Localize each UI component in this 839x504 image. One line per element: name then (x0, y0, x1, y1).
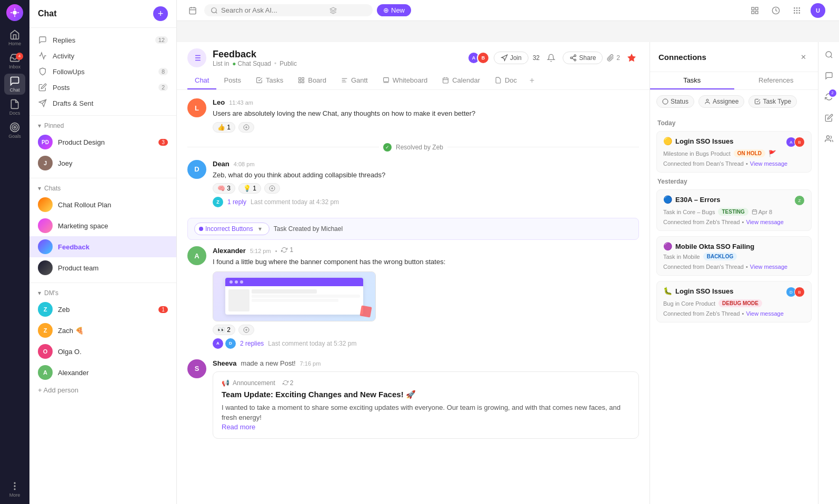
dean-reactions: 🧠 3 💡 1 (213, 183, 639, 194)
search-bar[interactable] (204, 4, 373, 16)
read-more-link[interactable]: Read more (222, 423, 630, 431)
pinned-product-design[interactable]: PD Product Design 3 (29, 132, 176, 153)
tag-dropdown[interactable]: ▾ (255, 224, 265, 234)
card3-from: Connected from Dean's Thread (663, 264, 744, 270)
reaction-add-alex[interactable] (238, 325, 254, 335)
svg-point-5 (14, 486, 15, 487)
search-input[interactable] (221, 6, 326, 14)
reaction-bulb[interactable]: 💡 1 (238, 183, 261, 194)
card3-view-link[interactable]: View message (750, 264, 787, 270)
card1-view-link[interactable]: View message (750, 160, 787, 167)
pinned-section-header[interactable]: ▾ Pinned (29, 120, 176, 132)
grid-icon[interactable] (747, 3, 762, 18)
tab-tasks[interactable]: Tasks (248, 72, 291, 89)
connections-close-button[interactable]: ✕ (797, 51, 810, 63)
tab-board[interactable]: Board (291, 72, 334, 89)
new-chat-button[interactable]: + (153, 6, 168, 21)
feedback-avatar (38, 239, 53, 254)
right-search-icon[interactable] (821, 46, 837, 63)
rail-chat[interactable]: Chat (4, 74, 25, 95)
right-chat-icon[interactable] (821, 67, 837, 84)
nav-followups[interactable]: FollowUps 8 (29, 64, 176, 79)
filter-status[interactable]: Status (656, 95, 694, 108)
chat-rollout-plan[interactable]: Chat Rollout Plan (29, 194, 176, 215)
leo-message-content: Leo 11:43 am Users are absolutely loving… (213, 98, 639, 133)
nav-posts[interactable]: Posts 2 (29, 79, 176, 95)
notifications-button[interactable] (544, 51, 558, 65)
reaction-thumbsup[interactable]: 👍 1 (213, 122, 235, 133)
card1-status-badge: ON HOLD (734, 149, 765, 157)
chats-section-header[interactable]: ▾ Chats (29, 183, 176, 194)
rail-goals[interactable]: Goals (4, 120, 25, 141)
card3-sep: • (746, 264, 748, 270)
app-logo[interactable] (6, 4, 23, 21)
dean-author: Dean (213, 160, 229, 168)
tab-posts[interactable]: Posts (216, 72, 248, 89)
new-button[interactable]: ⊕ New (377, 4, 411, 16)
conn-tab-references[interactable]: References (734, 72, 818, 89)
share-button[interactable]: Share (563, 52, 603, 64)
chat-marketing-space[interactable]: Marketing space (29, 215, 176, 236)
chat-product-team[interactable]: Product team (29, 257, 176, 278)
e30a-title: 🔵 E30A – Errors (663, 195, 721, 204)
conn-tab-tasks[interactable]: Tasks (650, 72, 734, 89)
connections-body: Today 🟡 Login SSO Issues A B (650, 113, 818, 504)
nav-replies[interactable]: Replies 12 (29, 32, 176, 48)
messages-area: L Leo 11:43 am Users are absolutely lovi… (177, 90, 650, 504)
ai-icon (329, 7, 337, 14)
rail-more[interactable]: More (4, 479, 25, 500)
apps-icon[interactable] (790, 3, 804, 18)
connections-title: Connections (658, 53, 706, 62)
tab-doc[interactable]: Doc (487, 72, 524, 89)
login-sso-bug-title: 🐛 Login SSO Issues (663, 287, 734, 295)
tab-gantt[interactable]: Gantt (334, 72, 375, 89)
calendar-icon[interactable] (185, 3, 200, 18)
tab-add-button[interactable]: + (524, 72, 540, 89)
reaction-brain[interactable]: 🧠 3 (213, 183, 235, 194)
reaction-eyes[interactable]: 👀 2 (213, 325, 235, 335)
screenshot-attachment[interactable] (213, 271, 376, 321)
star-button[interactable] (624, 51, 639, 65)
nav-activity[interactable]: Activity (29, 48, 176, 64)
right-sync-icon[interactable]: 2 (821, 88, 837, 105)
svg-rect-9 (189, 7, 196, 14)
card2-view-link[interactable]: View message (746, 219, 783, 225)
dms-section-header[interactable]: ▾ DM's (29, 287, 176, 299)
add-person-button[interactable]: + Add person (29, 383, 176, 397)
clock-icon[interactable] (768, 3, 783, 18)
tab-chat[interactable]: Chat (187, 72, 216, 89)
rail-docs[interactable]: Docs (4, 97, 25, 118)
pinned-label: Pinned (44, 122, 64, 129)
user-avatar-topbar[interactable]: U (811, 3, 825, 18)
filter-task-type[interactable]: Task Type (748, 95, 797, 108)
tab-whiteboard[interactable]: Whiteboard (375, 72, 435, 89)
chat-feedback[interactable]: Feedback (29, 236, 176, 257)
join-button[interactable]: Join (494, 52, 528, 64)
svg-rect-42 (302, 77, 304, 79)
pinned-chevron: ▾ (38, 122, 41, 129)
right-edit-icon[interactable] (821, 109, 837, 126)
reaction-add-dean[interactable] (264, 183, 280, 194)
alexander-reply-thread[interactable]: A D 2 replies Last comment today at 5:32… (213, 338, 639, 349)
rail-home[interactable]: Home (4, 27, 25, 48)
filter-assignee[interactable]: Assignee (698, 95, 744, 108)
main-layout: Feedback List in ● Chat Squad • Public A… (177, 42, 839, 504)
dm-olga[interactable]: O Olga O. (29, 341, 176, 362)
leo-reactions: 👍 1 (213, 122, 639, 133)
card1-right: A B (788, 137, 805, 147)
dm-alexander[interactable]: A Alexander (29, 362, 176, 383)
pinned-joey[interactable]: J Joey (29, 153, 176, 174)
reaction-add-leo[interactable] (238, 122, 254, 133)
incorrect-buttons-tag[interactable]: Incorrect Buttons ▾ (194, 223, 269, 235)
dm-zeb[interactable]: Z Zeb 1 (29, 299, 176, 320)
dm-zach[interactable]: Z Zach 🍕 (29, 320, 176, 341)
zach-avatar: Z (38, 323, 53, 338)
dean-reply-thread[interactable]: Z 1 reply Last comment today at 4:32 pm (213, 197, 639, 207)
pin-count[interactable]: 2 (607, 54, 620, 62)
right-people-icon[interactable] (821, 130, 837, 147)
tab-calendar[interactable]: Calendar (435, 72, 487, 89)
card4-view-link[interactable]: View message (746, 310, 783, 317)
channel-info: Feedback List in ● Chat Squad • Public (213, 49, 297, 67)
rail-inbox[interactable]: 4 Inbox (4, 51, 25, 72)
nav-drafts[interactable]: Drafts & Sent (29, 95, 176, 111)
